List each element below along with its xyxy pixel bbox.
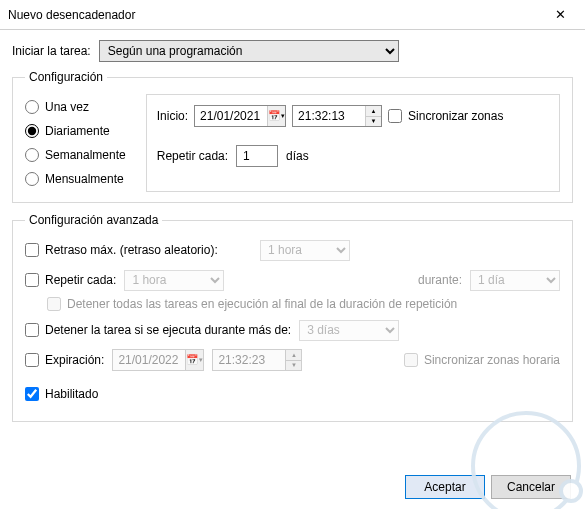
expire-date-value: 21/01/2022	[113, 350, 185, 370]
expire-label: Expiración:	[45, 353, 104, 367]
delay-input[interactable]	[25, 243, 39, 257]
sync-zones-input[interactable]	[388, 109, 402, 123]
radio-monthly[interactable]: Mensualmente	[25, 172, 126, 186]
recur-label: Repetir cada:	[157, 149, 228, 163]
sync-zones-label: Sincronizar zonas	[408, 109, 503, 123]
stop-end-checkbox: Detener todas las tareas en ejecución al…	[47, 297, 560, 311]
radio-daily-label: Diariamente	[45, 124, 110, 138]
sync-tz-input	[404, 353, 418, 367]
begin-task-label: Iniciar la tarea:	[12, 44, 91, 58]
enabled-checkbox[interactable]: Habilitado	[25, 387, 98, 401]
time-spinner[interactable]: ▲▼	[365, 106, 381, 126]
radio-once-label: Una vez	[45, 100, 89, 114]
enabled-input[interactable]	[25, 387, 39, 401]
radio-daily[interactable]: Diariamente	[25, 124, 126, 138]
stop-after-checkbox[interactable]: Detener la tarea si se ejecuta durante m…	[25, 323, 291, 337]
schedule-details: Inicio: 21/01/2021 📅▾ 21:32:13 ▲▼ Sincro…	[146, 94, 560, 192]
begin-task-row: Iniciar la tarea: Según una programación	[12, 40, 573, 62]
start-date-picker[interactable]: 21/01/2021 📅▾	[194, 105, 286, 127]
calendar-icon[interactable]: 📅▾	[267, 106, 285, 126]
expire-date-picker: 21/01/2022 📅▾	[112, 349, 204, 371]
expire-time-value: 21:32:23	[213, 350, 285, 370]
calendar-icon: 📅▾	[185, 350, 203, 370]
delay-select: 1 hora	[260, 240, 350, 261]
cancel-button[interactable]: Cancelar	[491, 475, 571, 499]
repeat-select: 1 hora	[124, 270, 224, 291]
stop-end-input	[47, 297, 61, 311]
repeat-checkbox[interactable]: Repetir cada:	[25, 273, 116, 287]
radio-monthly-input[interactable]	[25, 172, 39, 186]
recur-unit: días	[286, 149, 309, 163]
delay-label: Retraso máx. (retraso aleatorio):	[45, 243, 218, 257]
stop-after-select: 3 días	[299, 320, 399, 341]
schedule-radios: Una vez Diariamente Semanalmente Mensual…	[25, 94, 126, 192]
stop-after-label: Detener la tarea si se ejecuta durante m…	[45, 323, 291, 337]
spin-down-icon: ▼	[286, 361, 301, 371]
sync-tz-label: Sincronizar zonas horaria	[424, 353, 560, 367]
close-button[interactable]: ✕	[538, 1, 583, 29]
recur-days-input[interactable]: 1	[236, 145, 278, 167]
stop-end-label: Detener todas las tareas en ejecución al…	[67, 297, 457, 311]
radio-once[interactable]: Una vez	[25, 100, 126, 114]
close-icon: ✕	[555, 7, 566, 22]
ok-button[interactable]: Aceptar	[405, 475, 485, 499]
advanced-legend: Configuración avanzada	[25, 213, 162, 227]
dialog-content: Iniciar la tarea: Según una programación…	[0, 30, 585, 422]
spin-up-icon[interactable]: ▲	[366, 106, 381, 117]
radio-weekly[interactable]: Semanalmente	[25, 148, 126, 162]
duration-label: durante:	[418, 273, 462, 287]
advanced-group: Configuración avanzada Retraso máx. (ret…	[12, 213, 573, 422]
begin-task-select[interactable]: Según una programación	[99, 40, 399, 62]
radio-weekly-input[interactable]	[25, 148, 39, 162]
settings-legend: Configuración	[25, 70, 107, 84]
sync-zones-checkbox[interactable]: Sincronizar zonas	[388, 109, 503, 123]
window-title: Nuevo desencadenador	[8, 8, 135, 22]
repeat-input[interactable]	[25, 273, 39, 287]
radio-once-input[interactable]	[25, 100, 39, 114]
sync-tz-checkbox: Sincronizar zonas horaria	[404, 353, 560, 367]
start-label: Inicio:	[157, 109, 188, 123]
enabled-label: Habilitado	[45, 387, 98, 401]
expire-time-picker: 21:32:23 ▲▼	[212, 349, 302, 371]
radio-daily-input[interactable]	[25, 124, 39, 138]
spin-up-icon: ▲	[286, 350, 301, 361]
radio-monthly-label: Mensualmente	[45, 172, 124, 186]
delay-checkbox[interactable]: Retraso máx. (retraso aleatorio):	[25, 243, 218, 257]
expire-checkbox[interactable]: Expiración:	[25, 353, 104, 367]
titlebar: Nuevo desencadenador ✕	[0, 0, 585, 30]
duration-select: 1 día	[470, 270, 560, 291]
repeat-label: Repetir cada:	[45, 273, 116, 287]
start-time-picker[interactable]: 21:32:13 ▲▼	[292, 105, 382, 127]
stop-after-input[interactable]	[25, 323, 39, 337]
start-time-value: 21:32:13	[293, 106, 365, 126]
spin-down-icon[interactable]: ▼	[366, 117, 381, 127]
start-date-value: 21/01/2021	[195, 106, 267, 126]
radio-weekly-label: Semanalmente	[45, 148, 126, 162]
dialog-footer: Aceptar Cancelar	[405, 475, 571, 499]
expire-input[interactable]	[25, 353, 39, 367]
time-spinner: ▲▼	[285, 350, 301, 370]
settings-group: Configuración Una vez Diariamente Semana…	[12, 70, 573, 203]
